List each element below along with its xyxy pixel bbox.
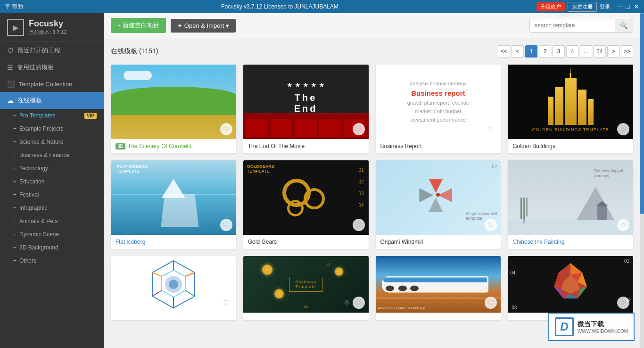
page-1-button[interactable]: 1	[525, 45, 537, 58]
plus-icon-3d: +	[13, 244, 17, 251]
upgrade-button[interactable]: 升级账户	[537, 2, 565, 11]
card-title-ink: Chinese Ink Painting	[512, 239, 564, 245]
favorite-xmas-button[interactable]: ♡	[353, 297, 365, 309]
card-title-business: Business Report	[380, 143, 422, 149]
sidebar-dynamic-label: Dynamic Scene	[19, 231, 59, 238]
sidebar-sub-dynamic[interactable]: + Dynamic Scene	[0, 228, 104, 241]
favorite-iceberg-button[interactable]: ♡	[220, 219, 232, 231]
sidebar: ▶ Focusky 当前版本: 3.7.12 ⏱ 最近打开的工程 ☰ 使用过的模…	[0, 13, 104, 348]
template-card-golden[interactable]: GOLDEN BUILDINGS TEMPLATE ♡ Golden Build…	[508, 65, 633, 153]
title-bar-right: 升级账户 免费注册 登录 ─ □ ✕	[537, 2, 639, 12]
page-last-button[interactable]: >>	[621, 45, 633, 58]
favorite-geo-button[interactable]: ♡	[617, 297, 629, 309]
card-thumb-business: analysis finance strategy Business repor…	[376, 65, 501, 139]
favorite-hex-button[interactable]: ♡	[220, 297, 232, 309]
template-card-movie[interactable]: ★ ★ ★ ★ ★ The End ~~~	[243, 65, 369, 153]
card-label-xmas	[243, 313, 369, 320]
sidebar-item-used[interactable]: ☰ 使用过的模板	[0, 59, 104, 76]
template-card-iceberg[interactable]: FLAT ICEBERGTEMPLATE ♡ Flat Iceberg	[111, 160, 236, 249]
card-thumb-geo: 01 02 03 04 ♡	[508, 256, 633, 313]
register-button[interactable]: 免费注册	[568, 2, 597, 12]
sidebar-sub-festival[interactable]: + Festival	[0, 188, 104, 201]
plus-icon-business: +	[13, 152, 17, 158]
login-button[interactable]: 登录	[600, 3, 610, 10]
template-card-cornfield[interactable]: ♡ 3D The Scenery Of Cornfield	[111, 65, 236, 153]
search-button[interactable]: 🔍	[615, 19, 633, 32]
favorite-cornfield-button[interactable]: ♡	[220, 123, 232, 135]
pagination: << < 1 2 3 4 ... 24 > >>	[498, 45, 633, 58]
card-thumb-movie: ★ ★ ★ ★ ★ The End ~~~	[243, 65, 369, 139]
page-3-button[interactable]: 3	[553, 45, 565, 58]
open-import-button[interactable]: ✦ Open & Import ▾	[171, 19, 236, 33]
card-title-iceberg: Flat Iceberg	[116, 239, 145, 245]
card-thumb-origami: 02 Origami windmilltemplate ♡	[376, 160, 501, 235]
plus-icon-tech: +	[13, 165, 17, 172]
template-card-origami[interactable]: 02 Origami windmilltemplate ♡ Origami Wi…	[376, 160, 501, 249]
close-button[interactable]: ✕	[634, 3, 639, 10]
template-card-train[interactable]: Animation Editor of Focusky ♡	[376, 256, 501, 320]
template-card-gears[interactable]: GOLDGEARSTEMPLATE 01 02 03 04 ♡ Gold Gea…	[243, 160, 369, 249]
sidebar-sub-example[interactable]: + Example Projects	[0, 122, 104, 135]
sidebar-pro-label: Pro Templates	[19, 112, 55, 119]
card-label-business: Business Report	[376, 139, 501, 153]
page-24-button[interactable]: 24	[594, 45, 606, 58]
template-card-ink[interactable]: The wavy depositof the ink ♡ Chinese Ink…	[508, 160, 633, 249]
app-title: Focusky v3.7.12 Licensed to JUNLAJUBALAM	[221, 3, 339, 10]
card-label-cornfield: 3D The Scenery Of Cornfield	[111, 139, 236, 153]
plus-icon-others: +	[13, 257, 17, 264]
svg-line-8	[152, 290, 162, 296]
sidebar-menu: ⏱ 最近打开的工程 ☰ 使用过的模板 ⬛ Template Collection…	[0, 42, 104, 348]
plus-icon-pro: +	[13, 112, 17, 119]
sidebar-sub-info[interactable]: + Infographic	[0, 201, 104, 215]
scrollbar-thumb[interactable]	[640, 13, 644, 214]
minimize-button[interactable]: ─	[618, 3, 622, 10]
search-input[interactable]	[530, 19, 615, 32]
sidebar-sub-tech[interactable]: + Technology	[0, 162, 104, 175]
sidebar-info-label: Infographic	[19, 205, 47, 211]
template-card-xmas[interactable]: ❄ ❄ BusinessTemplate 03 ♡	[243, 256, 369, 320]
favorite-movie-button[interactable]: ♡	[353, 123, 365, 135]
page-prev-button[interactable]: <	[512, 45, 524, 58]
sidebar-sub-others[interactable]: + Others	[0, 254, 104, 267]
sidebar-sub-3d[interactable]: + 3D Background	[0, 241, 104, 254]
sidebar-example-label: Example Projects	[19, 125, 63, 132]
sidebar-sub-animals[interactable]: + Animals & Pets	[0, 215, 104, 228]
page-next-button[interactable]: >	[607, 45, 619, 58]
page-2-button[interactable]: 2	[539, 45, 551, 58]
page-4-button[interactable]: 4	[566, 45, 578, 58]
favorite-gears-button[interactable]: ♡	[353, 219, 365, 231]
favorite-ink-button[interactable]: ♡	[617, 219, 629, 231]
template-card-hex[interactable]: ♡	[111, 256, 236, 320]
app-menu[interactable]: 平 帮助	[5, 3, 23, 11]
scrollbar[interactable]	[640, 13, 644, 348]
sidebar-sub-business[interactable]: + Business & Finance	[0, 149, 104, 162]
sidebar-sub-edu[interactable]: + Education	[0, 175, 104, 188]
template-card-business[interactable]: analysis finance strategy Business repor…	[376, 65, 501, 153]
plus-icon-animals: +	[13, 218, 17, 224]
sidebar-online-label: 在线模板	[17, 96, 42, 105]
favorite-golden-button[interactable]: ♡	[617, 123, 629, 135]
maximize-button[interactable]: □	[626, 3, 630, 10]
sidebar-sub-science[interactable]: + Science & Nature	[0, 135, 104, 149]
sidebar-item-collection[interactable]: ⬛ Template Collection	[0, 76, 104, 92]
card-thumb-hex: ♡	[111, 256, 236, 313]
sidebar-science-label: Science & Nature	[19, 139, 63, 145]
template-card-geo[interactable]: 01 02 03 04 ♡	[508, 256, 633, 320]
sidebar-used-label: 使用过的模板	[17, 63, 54, 72]
logo-text: Focusky	[29, 19, 67, 29]
card-label-gears: Gold Gears	[243, 235, 369, 249]
sidebar-item-online[interactable]: ☁ 在线模板	[0, 92, 104, 109]
new-project-button[interactable]: + 新建空白项目	[111, 18, 166, 33]
card-title-gears: Gold Gears	[248, 239, 277, 245]
page-first-button[interactable]: <<	[498, 45, 510, 58]
logo-info: Focusky 当前版本: 3.7.12	[29, 19, 67, 36]
card-thumb-gears: GOLDGEARSTEMPLATE 01 02 03 04 ♡	[243, 160, 369, 235]
sidebar-item-recent[interactable]: ⏱ 最近打开的工程	[0, 42, 104, 59]
card-thumb-xmas: ❄ ❄ BusinessTemplate 03 ♡	[243, 256, 369, 313]
sidebar-sub-pro[interactable]: + Pro Templates VIP	[0, 109, 104, 122]
plus-icon-example: +	[13, 125, 17, 132]
card-title-origami: Origami Windmill	[380, 239, 423, 245]
card-label-movie: The End Of The Movie	[243, 139, 369, 153]
card-title-movie: The End Of The Movie	[248, 143, 305, 149]
title-bar-center: Focusky v3.7.12 Licensed to JUNLAJUBALAM	[23, 3, 536, 10]
